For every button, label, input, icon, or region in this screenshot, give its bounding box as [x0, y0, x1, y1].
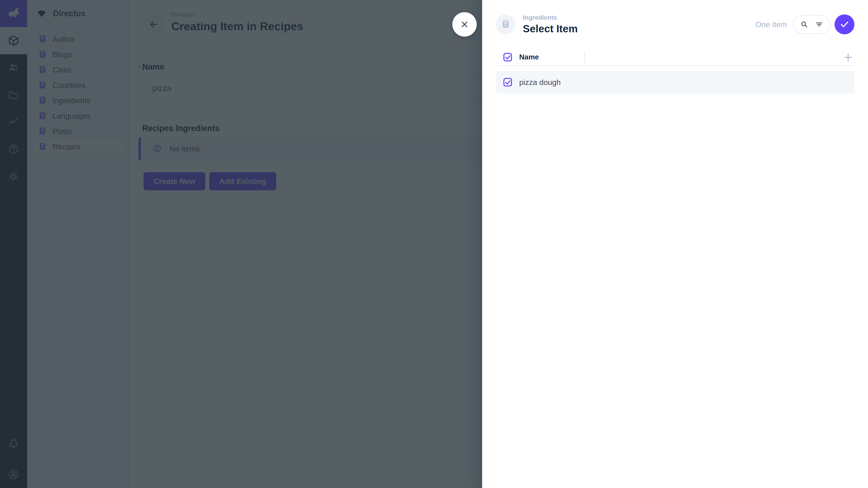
checkbox-checked-icon — [503, 77, 513, 87]
select-item-drawer: Ingredients Select Item One Item — [482, 0, 868, 488]
confirm-selection-button[interactable] — [835, 14, 855, 34]
drawer-header: Ingredients Select Item One Item — [482, 0, 868, 49]
app-screen: Directus Author Blogs Cities Countries I… — [0, 0, 868, 488]
items-table: Name pizza dough — [496, 49, 855, 94]
column-header-name[interactable]: Name — [519, 53, 539, 61]
column-divider[interactable] — [585, 51, 585, 64]
filter-icon — [814, 20, 824, 29]
database-cylinder-icon — [501, 20, 510, 29]
search-button[interactable] — [800, 20, 809, 29]
row-name-cell: pizza dough — [519, 78, 561, 87]
row-checkbox[interactable] — [503, 77, 513, 87]
close-drawer-button[interactable] — [452, 12, 477, 37]
checkbox-checked-icon — [503, 53, 513, 62]
search-filter-pill — [793, 15, 831, 34]
item-count: One Item — [755, 20, 787, 29]
close-icon — [459, 19, 470, 30]
check-icon — [839, 19, 850, 30]
filter-button[interactable] — [814, 20, 824, 29]
plus-icon — [843, 52, 854, 63]
search-icon — [800, 20, 809, 29]
drawer-titles: Ingredients Select Item — [523, 14, 578, 35]
collection-badge — [496, 14, 516, 34]
table-row[interactable]: pizza dough — [496, 71, 855, 94]
select-all-checkbox[interactable] — [503, 53, 513, 62]
drawer-collection-name: Ingredients — [523, 14, 578, 21]
add-column-button[interactable] — [843, 52, 854, 63]
table-header: Name — [496, 49, 855, 66]
drawer-title: Select Item — [523, 23, 578, 35]
